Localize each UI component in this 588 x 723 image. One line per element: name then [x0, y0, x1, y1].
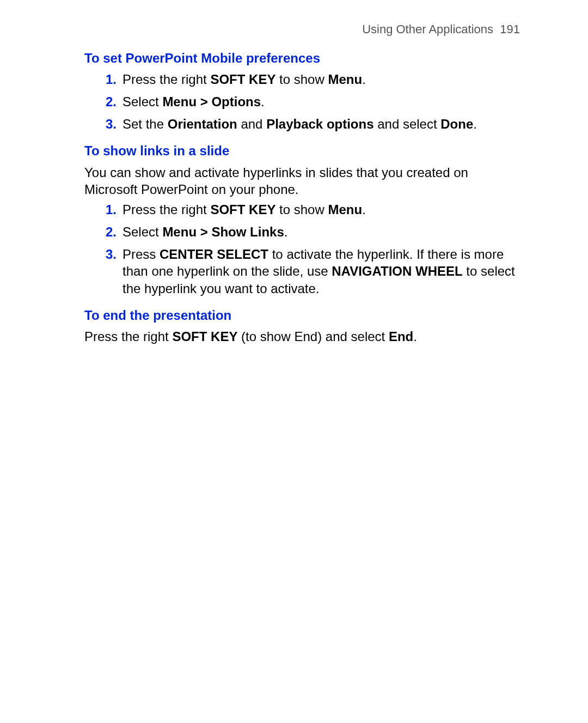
numbered-list: 1.Press the right SOFT KEY to show Menu.… — [84, 201, 520, 297]
section-body: You can show and activate hyperlinks in … — [84, 164, 520, 198]
section-heading: To set PowerPoint Mobile preferences — [84, 50, 520, 66]
numbered-list: 1.Press the right SOFT KEY to show Menu.… — [84, 71, 520, 133]
list-item: 1.Press the right SOFT KEY to show Menu. — [114, 71, 520, 88]
list-item-number: 3. — [102, 116, 117, 132]
list-item-number: 3. — [102, 246, 117, 263]
list-item-number: 1. — [102, 71, 117, 88]
section-body: Press the right SOFT KEY (to show End) a… — [84, 328, 520, 345]
list-item-text: Select Menu > Show Links. — [122, 224, 287, 239]
page-header: Using Other Applications 191 — [84, 22, 520, 38]
list-item-number: 1. — [102, 201, 117, 218]
page-number: 191 — [500, 22, 520, 36]
list-item-text: Select Menu > Options. — [122, 94, 265, 109]
list-item-number: 2. — [102, 93, 117, 110]
list-item: 3.Press CENTER SELECT to activate the hy… — [114, 246, 520, 297]
list-item-text: Press the right SOFT KEY to show Menu. — [122, 202, 366, 217]
list-item: 2.Select Menu > Show Links. — [114, 223, 520, 240]
section-heading: To end the presentation — [84, 307, 520, 324]
list-item-text: Press CENTER SELECT to activate the hype… — [122, 247, 515, 295]
list-item: 3.Set the Orientation and Playback optio… — [114, 116, 520, 132]
list-item: 2.Select Menu > Options. — [114, 93, 520, 110]
list-item-text: Set the Orientation and Playback options… — [122, 117, 477, 131]
section-heading: To show links in a slide — [84, 142, 520, 159]
document-content: To set PowerPoint Mobile preferences1.Pr… — [84, 50, 520, 345]
list-item-text: Press the right SOFT KEY to show Menu. — [122, 72, 366, 87]
list-item: 1.Press the right SOFT KEY to show Menu. — [114, 201, 520, 218]
header-title: Using Other Applications — [362, 22, 493, 36]
list-item-number: 2. — [102, 223, 117, 240]
